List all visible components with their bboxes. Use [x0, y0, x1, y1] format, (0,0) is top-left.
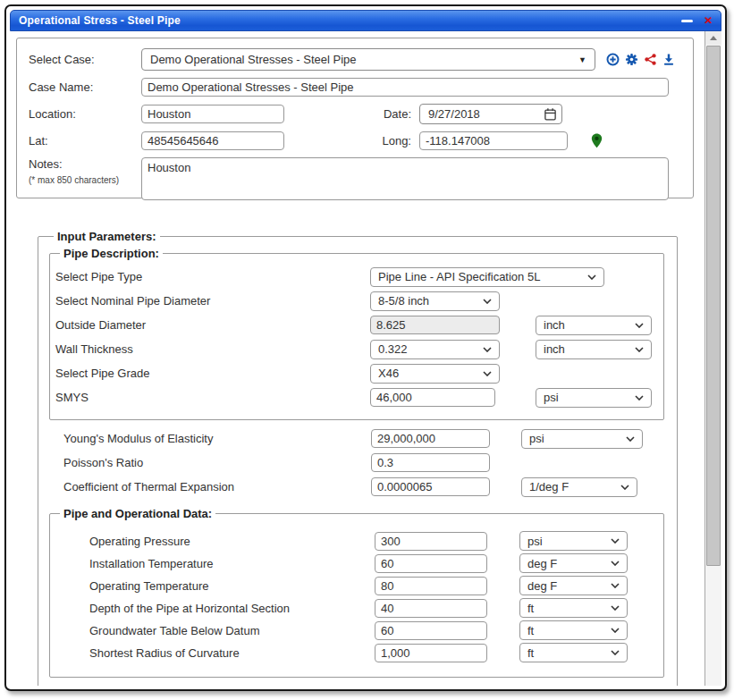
chevron-down-icon [483, 371, 492, 376]
nominal-diameter-select[interactable]: 8-5/8 inch [370, 291, 500, 311]
case-header-box: Select Case: Demo Operational Stresses -… [16, 38, 694, 198]
radius-curvature-row: Shortest Radius of Curvature ft [55, 644, 654, 662]
scroll-thumb[interactable] [706, 46, 721, 566]
lat-input[interactable] [141, 131, 284, 150]
radius-curvature-input[interactable] [375, 644, 487, 662]
pipe-type-select[interactable]: Pipe Line - API Specification 5L [370, 267, 604, 287]
operating-pressure-unit-select[interactable]: psi [519, 531, 628, 551]
thermal-expansion-input[interactable] [371, 477, 490, 496]
calendar-button[interactable] [544, 107, 557, 122]
case-name-input[interactable] [141, 78, 669, 97]
dropdown-arrow-icon: ▼ [578, 55, 586, 64]
depth-horizontal-row: Depth of the Pipe at Horizontal Section … [55, 599, 654, 617]
chevron-down-icon [626, 436, 635, 442]
pipe-grade-label: Select Pipe Grade [55, 367, 370, 380]
groundwater-unit-select[interactable]: ft [519, 620, 628, 640]
share-button[interactable] [644, 53, 657, 66]
operating-temperature-row: Operating Temperature deg F [55, 577, 654, 595]
wall-thickness-label: Wall Thickness [55, 342, 370, 356]
radius-curvature-unit-select[interactable]: ft [519, 643, 628, 662]
close-button[interactable]: ✕ [704, 15, 713, 26]
operating-temperature-input[interactable] [375, 577, 487, 595]
date-field [419, 104, 562, 124]
operating-pressure-row: Operating Pressure psi [55, 532, 654, 550]
map-pin-button[interactable] [591, 133, 603, 148]
location-date-row: Location: Date: [29, 104, 680, 124]
notes-label: Notes: [29, 157, 63, 171]
chevron-down-icon [611, 583, 620, 588]
operating-pressure-label: Operating Pressure [89, 535, 375, 548]
operating-pressure-unit-value: psi [527, 535, 543, 548]
pipe-operational-legend: Pipe and Operational Data: [60, 507, 215, 520]
poissons-ratio-label: Poisson's Ratio [63, 456, 371, 469]
depth-horizontal-unit-select[interactable]: ft [519, 598, 628, 618]
pipe-type-row: Select Pipe Type Pipe Line - API Specifi… [55, 267, 654, 286]
dialog-content: Select Case: Demo Operational Stresses -… [10, 31, 704, 686]
pipe-description-legend: Pipe Description: [60, 247, 163, 260]
lat-label: Lat: [29, 134, 141, 148]
thermal-expansion-unit-select[interactable]: 1/deg F [521, 477, 637, 497]
installation-temperature-unit-value: deg F [527, 557, 557, 570]
notes-label-block: Notes: (* max 850 characters) [29, 157, 141, 185]
long-input[interactable] [419, 131, 568, 150]
notes-textarea[interactable]: Houston [141, 157, 669, 200]
location-input[interactable] [141, 105, 284, 123]
smys-unit-value: psi [544, 391, 559, 404]
title-bar[interactable]: Operational Stress - Steel Pipe ✕ [10, 10, 721, 31]
settings-button[interactable] [625, 53, 638, 66]
groundwater-row: Groundwater Table Below Datum ft [55, 621, 654, 639]
nominal-diameter-row: Select Nominal Pipe Diameter 8-5/8 inch [55, 291, 654, 310]
dialog-window: Operational Stress - Steel Pipe ✕ Select… [4, 4, 727, 691]
lat-long-row: Lat: Long: [29, 131, 680, 150]
wall-thickness-value: 0.322 [378, 342, 408, 356]
pipe-type-label: Select Pipe Type [55, 270, 370, 283]
smys-input[interactable] [370, 388, 495, 407]
wall-thickness-row: Wall Thickness 0.322 inch [55, 340, 654, 358]
wall-thickness-select[interactable]: 0.322 [370, 340, 500, 359]
add-circle-icon [606, 53, 620, 66]
groundwater-label: Groundwater Table Below Datum [89, 624, 375, 637]
input-parameters-legend: Input Parameters: [54, 230, 160, 243]
youngs-modulus-input[interactable] [371, 429, 490, 448]
operating-temperature-label: Operating Temperature [89, 579, 375, 593]
notes-hint: (* max 850 characters) [29, 175, 141, 185]
pipe-grade-select[interactable]: X46 [370, 364, 500, 384]
location-label: Location: [29, 107, 141, 121]
depth-horizontal-input[interactable] [375, 599, 487, 618]
chevron-down-icon [635, 347, 644, 352]
smys-unit-select[interactable]: psi [536, 388, 652, 408]
add-case-button[interactable] [606, 53, 620, 66]
depth-horizontal-label: Depth of the Pipe at Horizontal Section [89, 602, 375, 615]
download-button[interactable] [662, 53, 675, 66]
installation-temperature-row: Installation Temperature deg F [55, 554, 654, 572]
radius-curvature-label: Shortest Radius of Curvature [89, 646, 375, 660]
map-pin-icon [591, 133, 603, 148]
wall-thickness-unit-select[interactable]: inch [536, 340, 652, 359]
chevron-down-icon [620, 485, 629, 490]
vertical-scrollbar[interactable] [704, 31, 721, 686]
installation-temperature-input[interactable] [375, 554, 487, 573]
notes-row: Notes: (* max 850 characters) Houston [29, 157, 680, 200]
groundwater-input[interactable] [375, 621, 487, 640]
operating-pressure-input[interactable] [375, 532, 487, 551]
select-case-label: Select Case: [29, 53, 141, 66]
date-input[interactable] [426, 106, 544, 122]
chevron-down-icon [611, 561, 620, 566]
operating-temperature-unit-value: deg F [527, 579, 557, 593]
chevron-down-icon [587, 274, 596, 280]
select-case-value: Demo Operational Stresses - Steel Pipe [150, 53, 357, 66]
minimize-button[interactable] [681, 20, 693, 22]
smys-label: SMYS [55, 391, 370, 404]
date-label: Date: [371, 107, 411, 121]
select-case-dropdown[interactable]: Demo Operational Stresses - Steel Pipe ▼ [141, 48, 595, 71]
installation-temperature-unit-select[interactable]: deg F [519, 553, 628, 573]
chevron-down-icon [635, 395, 644, 401]
youngs-modulus-unit-select[interactable]: psi [521, 429, 643, 449]
youngs-modulus-unit-value: psi [529, 432, 544, 445]
chevron-down-icon [611, 650, 620, 655]
scroll-up-button[interactable] [705, 31, 721, 45]
operating-temperature-unit-select[interactable]: deg F [519, 576, 628, 595]
outside-diameter-unit-select[interactable]: inch [536, 316, 652, 335]
chevron-down-icon [483, 299, 492, 304]
poissons-ratio-input[interactable] [371, 453, 490, 472]
